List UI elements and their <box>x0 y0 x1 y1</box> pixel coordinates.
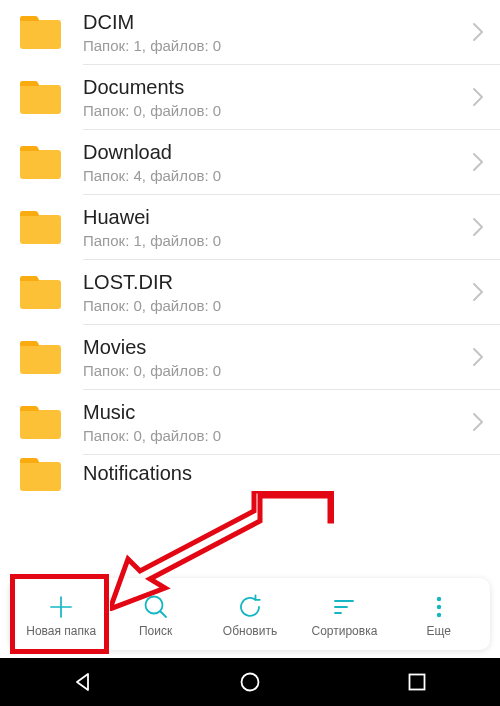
svg-point-2 <box>437 604 441 608</box>
folder-icon <box>18 78 63 116</box>
folder-name: Movies <box>83 335 464 360</box>
more-button[interactable]: Еще <box>392 592 486 637</box>
folder-subtitle: Папок: 0, файлов: 0 <box>83 297 464 314</box>
folder-text: HuaweiПапок: 1, файлов: 0 <box>83 205 464 249</box>
folder-text: MusicПапок: 0, файлов: 0 <box>83 400 464 444</box>
chevron-right-icon <box>472 152 484 172</box>
chevron-right-icon <box>472 22 484 42</box>
home-button[interactable] <box>214 658 286 706</box>
system-navbar <box>0 658 500 706</box>
folder-text: DCIMПапок: 1, файлов: 0 <box>83 10 464 54</box>
refresh-button[interactable]: Обновить <box>203 592 297 637</box>
folder-text: DocumentsПапок: 0, файлов: 0 <box>83 75 464 119</box>
new-folder-label: Новая папка <box>26 625 96 637</box>
folder-name: Huawei <box>83 205 464 230</box>
refresh-icon <box>236 592 264 622</box>
search-button[interactable]: Поиск <box>108 592 202 637</box>
chevron-right-icon <box>472 87 484 107</box>
sort-label: Сортировка <box>311 625 377 637</box>
svg-point-4 <box>241 674 258 691</box>
more-icon <box>434 592 444 622</box>
folder-subtitle: Папок: 1, файлов: 0 <box>83 232 464 249</box>
folder-subtitle: Папок: 1, файлов: 0 <box>83 37 464 54</box>
circle-home-icon <box>239 671 261 693</box>
folder-name: Download <box>83 140 464 165</box>
folder-icon <box>18 455 63 493</box>
folder-row[interactable]: DocumentsПапок: 0, файлов: 0 <box>0 65 500 129</box>
chevron-right-icon <box>472 217 484 237</box>
folder-text: DownloadПапок: 4, файлов: 0 <box>83 140 464 184</box>
search-label: Поиск <box>139 625 172 637</box>
folder-subtitle: Папок: 0, файлов: 0 <box>83 102 464 119</box>
svg-rect-5 <box>409 675 424 690</box>
back-button[interactable] <box>47 658 119 706</box>
folder-row[interactable]: Notifications <box>0 455 500 493</box>
triangle-back-icon <box>72 671 94 693</box>
new-folder-button[interactable]: Новая папка <box>14 592 108 637</box>
chevron-right-icon <box>472 347 484 367</box>
folder-icon <box>18 338 63 376</box>
folder-row[interactable]: LOST.DIRПапок: 0, файлов: 0 <box>0 260 500 324</box>
folder-subtitle: Папок: 0, файлов: 0 <box>83 362 464 379</box>
folder-name: Documents <box>83 75 464 100</box>
chevron-right-icon <box>472 282 484 302</box>
more-label: Еще <box>427 625 451 637</box>
folder-icon <box>18 13 63 51</box>
bottom-toolbar: Новая папка Поиск Обновить Сортировка Ещ… <box>10 578 490 650</box>
plus-icon <box>48 592 74 622</box>
folder-row[interactable]: DownloadПапок: 4, файлов: 0 <box>0 130 500 194</box>
folder-icon <box>18 273 63 311</box>
folder-text: Notifications <box>83 461 484 486</box>
svg-point-1 <box>437 596 441 600</box>
search-icon <box>142 592 170 622</box>
folder-subtitle: Папок: 4, файлов: 0 <box>83 167 464 184</box>
refresh-label: Обновить <box>223 625 277 637</box>
folder-row[interactable]: MoviesПапок: 0, файлов: 0 <box>0 325 500 389</box>
recents-button[interactable] <box>381 658 453 706</box>
folder-row[interactable]: MusicПапок: 0, файлов: 0 <box>0 390 500 454</box>
folder-row[interactable]: HuaweiПапок: 1, файлов: 0 <box>0 195 500 259</box>
folder-name: DCIM <box>83 10 464 35</box>
folder-row[interactable]: DCIMПапок: 1, файлов: 0 <box>0 0 500 64</box>
svg-point-3 <box>437 612 441 616</box>
folder-icon <box>18 143 63 181</box>
folder-name: Music <box>83 400 464 425</box>
square-recents-icon <box>407 672 427 692</box>
folder-subtitle: Папок: 0, файлов: 0 <box>83 427 464 444</box>
sort-icon <box>331 592 357 622</box>
chevron-right-icon <box>472 412 484 432</box>
folder-name: LOST.DIR <box>83 270 464 295</box>
folder-text: MoviesПапок: 0, файлов: 0 <box>83 335 464 379</box>
file-list: DCIMПапок: 1, файлов: 0DocumentsПапок: 0… <box>0 0 500 612</box>
folder-icon <box>18 403 63 441</box>
folder-name: Notifications <box>83 461 484 486</box>
sort-button[interactable]: Сортировка <box>297 592 391 637</box>
folder-text: LOST.DIRПапок: 0, файлов: 0 <box>83 270 464 314</box>
folder-icon <box>18 208 63 246</box>
